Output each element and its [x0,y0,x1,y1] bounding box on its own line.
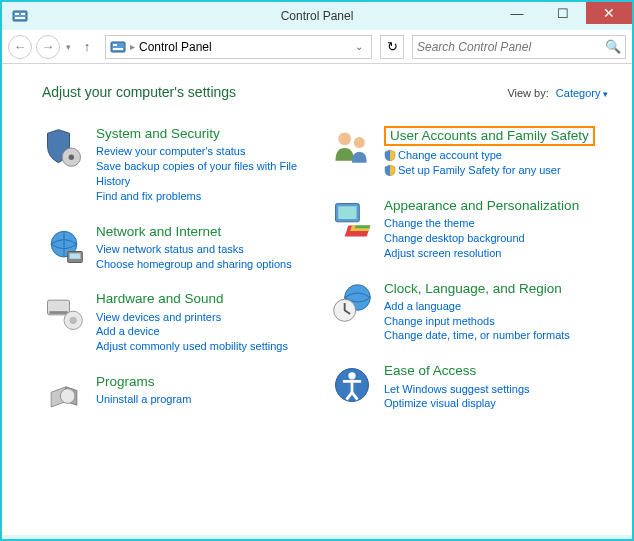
svg-rect-4 [111,42,125,52]
category-user-accounts: User Accounts and Family Safety Change a… [330,126,608,178]
shield-icon [384,149,396,161]
up-button[interactable]: ↑ [77,37,97,57]
content-area: Adjust your computer's settings View by:… [2,64,632,535]
svg-point-18 [354,137,365,148]
svg-point-24 [348,372,355,379]
svg-rect-11 [70,253,81,259]
svg-rect-2 [21,13,25,15]
hardware-sound-icon [42,291,86,335]
address-dropdown[interactable]: ⌄ [351,41,367,52]
category-programs: Programs Uninstall a program [42,374,320,418]
category-link-ease-of-access[interactable]: Ease of Access [384,363,608,379]
user-accounts-icon [330,126,374,170]
svg-rect-5 [113,44,117,46]
system-security-icon [42,126,86,170]
sublink[interactable]: Save backup copies of your files with Fi… [96,159,320,189]
back-button[interactable]: ← [8,35,32,59]
sublink[interactable]: Change input methods [384,314,608,329]
page-heading: Adjust your computer's settings [42,84,236,100]
sublink[interactable]: Change the theme [384,216,608,231]
sublink[interactable]: Change account type [384,148,608,163]
search-box[interactable]: 🔍 [412,35,626,59]
category-link-appearance[interactable]: Appearance and Personalization [384,198,608,214]
search-icon: 🔍 [605,39,621,54]
category-appearance: Appearance and Personalization Change th… [330,198,608,261]
navigation-toolbar: ← → ▾ ↑ ▸ Control Panel ⌄ ↻ 🔍 [2,30,632,64]
category-network-internet: Network and Internet View network status… [42,224,320,272]
category-system-security: System and Security Review your computer… [42,126,320,204]
history-dropdown[interactable]: ▾ [64,42,73,52]
maximize-button[interactable]: ☐ [540,2,586,24]
search-input[interactable] [417,40,605,54]
view-by-dropdown[interactable]: Category [556,87,608,99]
control-panel-icon [12,8,28,24]
window-controls: — ☐ ✕ [494,2,632,24]
window-title: Control Panel [281,9,354,23]
sublink[interactable]: Choose homegroup and sharing options [96,257,320,272]
svg-rect-0 [13,11,27,21]
shield-icon [384,164,396,176]
ease-of-access-icon [330,363,374,407]
control-panel-window: Control Panel — ☐ ✕ ← → ▾ ↑ ▸ Control Pa… [0,0,634,541]
sublink[interactable]: Find and fix problems [96,189,320,204]
svg-point-16 [60,389,75,404]
sublink[interactable]: Add a language [384,299,608,314]
sublink[interactable]: Optimize visual display [384,396,608,411]
category-link-system-security[interactable]: System and Security [96,126,320,142]
sublink[interactable]: Review your computer's status [96,144,320,159]
content-header: Adjust your computer's settings View by:… [42,84,608,100]
sublink[interactable]: Set up Family Safety for any user [384,163,608,178]
category-ease-of-access: Ease of Access Let Windows suggest setti… [330,363,608,411]
category-link-network-internet[interactable]: Network and Internet [96,224,320,240]
forward-button[interactable]: → [36,35,60,59]
svg-rect-20 [338,206,356,219]
sublink[interactable]: Uninstall a program [96,392,320,407]
svg-rect-13 [49,312,67,315]
refresh-button[interactable]: ↻ [380,35,404,59]
category-clock-language-region: Clock, Language, and Region Add a langua… [330,281,608,344]
address-segment-separator[interactable]: ▸ [130,41,135,52]
minimize-button[interactable]: — [494,2,540,24]
left-column: System and Security Review your computer… [42,126,320,418]
address-bar[interactable]: ▸ Control Panel ⌄ [105,35,372,59]
sublink[interactable]: Adjust commonly used mobility settings [96,339,320,354]
sublink[interactable]: View devices and printers [96,310,320,325]
address-icon [110,39,126,55]
category-hardware-sound: Hardware and Sound View devices and prin… [42,291,320,354]
close-button[interactable]: ✕ [586,2,632,24]
address-text: Control Panel [139,40,351,54]
titlebar: Control Panel — ☐ ✕ [2,2,632,30]
category-link-user-accounts[interactable]: User Accounts and Family Safety [384,126,595,146]
sublink[interactable]: Adjust screen resolution [384,246,608,261]
sublink[interactable]: View network status and tasks [96,242,320,257]
svg-point-8 [69,154,74,160]
categories-grid: System and Security Review your computer… [42,126,608,418]
window-border-bottom [2,535,632,539]
svg-rect-1 [15,13,19,15]
right-column: User Accounts and Family Safety Change a… [330,126,608,418]
svg-point-15 [70,317,77,324]
category-link-programs[interactable]: Programs [96,374,320,390]
view-by-control: View by: Category [507,87,608,99]
clock-language-region-icon [330,281,374,325]
category-link-clock-language-region[interactable]: Clock, Language, and Region [384,281,608,297]
sublink[interactable]: Let Windows suggest settings [384,382,608,397]
sublink[interactable]: Add a device [96,324,320,339]
svg-rect-6 [113,48,123,50]
network-internet-icon [42,224,86,268]
appearance-icon [330,198,374,242]
programs-icon [42,374,86,418]
category-link-hardware-sound[interactable]: Hardware and Sound [96,291,320,307]
sublink[interactable]: Change date, time, or number formats [384,328,608,343]
svg-point-17 [338,132,351,145]
sublink[interactable]: Change desktop background [384,231,608,246]
svg-rect-3 [15,17,25,19]
view-by-label: View by: [507,87,548,99]
